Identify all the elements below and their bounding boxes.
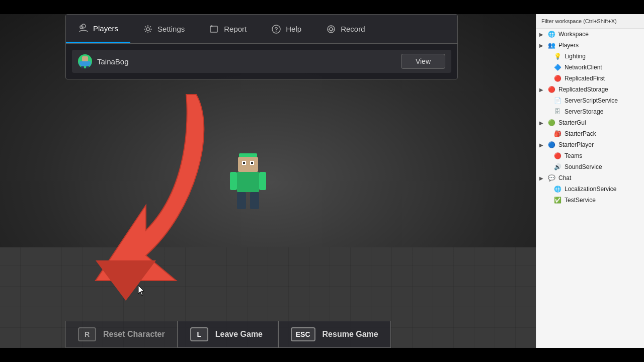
tab-players[interactable]: Players bbox=[66, 15, 130, 43]
sidebar-item-sound-service[interactable]: 🔊 SoundService bbox=[536, 161, 644, 172]
svg-point-22 bbox=[330, 28, 333, 31]
workspace-icon: 🌐 bbox=[547, 30, 555, 38]
roblox-character bbox=[228, 151, 268, 211]
sidebar-item-server-storage[interactable]: 🗄 ServerStorage bbox=[536, 106, 644, 117]
sidebar-filter: Filter workspace (Ctrl+Shift+X) bbox=[536, 14, 644, 29]
teams-label: Teams bbox=[565, 152, 582, 159]
view-button[interactable]: View bbox=[401, 54, 445, 69]
resume-game-button[interactable]: ESC Resume Game bbox=[278, 321, 391, 348]
replicated-storage-arrow: ▶ bbox=[539, 87, 543, 93]
chat-label: Chat bbox=[558, 174, 571, 182]
sidebar-item-teams[interactable]: 🔴 Teams bbox=[536, 150, 644, 161]
record-tab-icon bbox=[326, 24, 337, 35]
svg-rect-27 bbox=[82, 56, 88, 61]
svg-rect-32 bbox=[86, 66, 89, 68]
localization-service-icon: 🌐 bbox=[553, 185, 561, 193]
tab-settings-label: Settings bbox=[157, 25, 185, 33]
players-panel: Players Settings Report bbox=[65, 14, 458, 79]
replicated-storage-label: ReplicatedStorage bbox=[558, 86, 608, 93]
starter-pack-icon: 🎒 bbox=[553, 130, 561, 138]
sound-service-icon: 🔊 bbox=[553, 163, 561, 171]
resume-key-badge: ESC bbox=[291, 327, 315, 341]
teams-icon: 🔴 bbox=[553, 152, 561, 160]
mouse-cursor bbox=[138, 286, 146, 296]
bottom-buttons: R Reset Character L Leave Game ESC Resum… bbox=[65, 321, 391, 348]
sidebar-item-localization-service[interactable]: 🌐 LocalizationService bbox=[536, 184, 644, 195]
svg-rect-31 bbox=[81, 66, 84, 68]
lighting-icon: 💡 bbox=[553, 52, 561, 60]
server-script-service-label: ServerScriptService bbox=[565, 97, 618, 104]
svg-rect-1 bbox=[238, 157, 258, 172]
reset-character-label: Reset Character bbox=[103, 330, 165, 339]
tab-help[interactable]: ? Help bbox=[259, 15, 313, 43]
test-service-icon: ✅ bbox=[553, 196, 561, 204]
sidebar-item-players[interactable]: ▶ 👥 Players bbox=[536, 40, 644, 51]
svg-text:?: ? bbox=[275, 26, 278, 33]
help-tab-icon: ? bbox=[271, 24, 282, 35]
players-sidebar-icon: 👥 bbox=[547, 41, 555, 49]
player-name: TainaBog bbox=[97, 57, 129, 66]
test-service-label: TestService bbox=[565, 197, 596, 204]
sidebar-item-replicated-storage[interactable]: ▶ 🔴 ReplicatedStorage bbox=[536, 84, 644, 95]
tab-bar: Players Settings Report bbox=[66, 15, 457, 44]
starter-player-arrow: ▶ bbox=[539, 142, 543, 148]
black-bar-bottom bbox=[0, 348, 644, 362]
svg-rect-0 bbox=[239, 153, 257, 157]
server-storage-label: ServerStorage bbox=[565, 108, 603, 115]
players-tab-icon bbox=[78, 23, 89, 34]
svg-point-15 bbox=[146, 28, 149, 31]
starter-pack-label: StarterPack bbox=[565, 130, 596, 137]
tab-record-label: Record bbox=[341, 25, 365, 33]
svg-rect-29 bbox=[79, 61, 82, 65]
sidebar-item-test-service[interactable]: ✅ TestService bbox=[536, 195, 644, 206]
tab-report-label: Report bbox=[224, 25, 247, 33]
sidebar-item-lighting[interactable]: 💡 Lighting bbox=[536, 51, 644, 62]
svg-rect-16 bbox=[210, 26, 217, 32]
sidebar-item-starter-gui[interactable]: ▶ 🟢 StarterGui bbox=[536, 117, 644, 128]
localization-service-label: LocalizationService bbox=[565, 186, 616, 193]
black-bar-top bbox=[0, 0, 644, 14]
server-storage-icon: 🗄 bbox=[553, 108, 561, 116]
chat-arrow: ▶ bbox=[539, 175, 543, 181]
svg-rect-8 bbox=[259, 172, 266, 190]
report-tab-icon bbox=[209, 24, 220, 35]
svg-rect-4 bbox=[243, 162, 245, 164]
starter-gui-label: StarterGui bbox=[558, 119, 586, 126]
sound-service-label: SoundService bbox=[565, 163, 602, 170]
sidebar-item-network-client[interactable]: 🔷 NetworkClient bbox=[536, 62, 644, 73]
red-arrow bbox=[65, 89, 206, 301]
starter-player-icon: 🔵 bbox=[547, 141, 555, 149]
sidebar-item-replicated-first[interactable]: 🔴 ReplicatedFirst bbox=[536, 73, 644, 84]
workspace-label: Workspace bbox=[558, 31, 589, 38]
tab-help-label: Help bbox=[286, 25, 301, 33]
tab-report[interactable]: Report bbox=[197, 15, 259, 43]
reset-character-button[interactable]: R Reset Character bbox=[65, 321, 178, 348]
players-sidebar-label: Players bbox=[558, 42, 579, 49]
settings-tab-icon bbox=[142, 24, 153, 35]
sidebar-item-server-script-service[interactable]: 📄 ServerScriptService bbox=[536, 95, 644, 106]
sidebar-item-starter-player[interactable]: ▶ 🔵 StarterPlayer bbox=[536, 139, 644, 150]
leave-key-badge: L bbox=[190, 327, 208, 341]
starter-gui-arrow: ▶ bbox=[539, 120, 543, 126]
starter-gui-icon: 🟢 bbox=[547, 119, 555, 127]
leave-game-label: Leave Game bbox=[215, 330, 263, 339]
replicated-first-icon: 🔴 bbox=[553, 74, 561, 82]
players-arrow: ▶ bbox=[539, 43, 543, 48]
tab-players-label: Players bbox=[93, 24, 118, 33]
player-list: TainaBog View bbox=[66, 44, 457, 79]
network-client-label: NetworkClient bbox=[565, 64, 602, 71]
starter-player-label: StarterPlayer bbox=[558, 141, 594, 148]
lighting-label: Lighting bbox=[565, 53, 586, 60]
resume-game-label: Resume Game bbox=[323, 330, 378, 339]
leave-game-button[interactable]: L Leave Game bbox=[178, 321, 278, 348]
sidebar-item-chat[interactable]: ▶ 💬 Chat bbox=[536, 172, 644, 184]
svg-rect-28 bbox=[81, 61, 89, 66]
tab-record[interactable]: Record bbox=[313, 15, 377, 43]
workspace-arrow: ▶ bbox=[539, 32, 543, 37]
sidebar-item-starter-pack[interactable]: 🎒 StarterPack bbox=[536, 128, 644, 139]
tab-settings[interactable]: Settings bbox=[130, 15, 197, 43]
svg-marker-12 bbox=[138, 286, 144, 296]
sidebar-item-workspace[interactable]: ▶ 🌐 Workspace bbox=[536, 29, 644, 40]
character-container bbox=[228, 151, 268, 213]
replicated-first-label: ReplicatedFirst bbox=[565, 75, 605, 82]
